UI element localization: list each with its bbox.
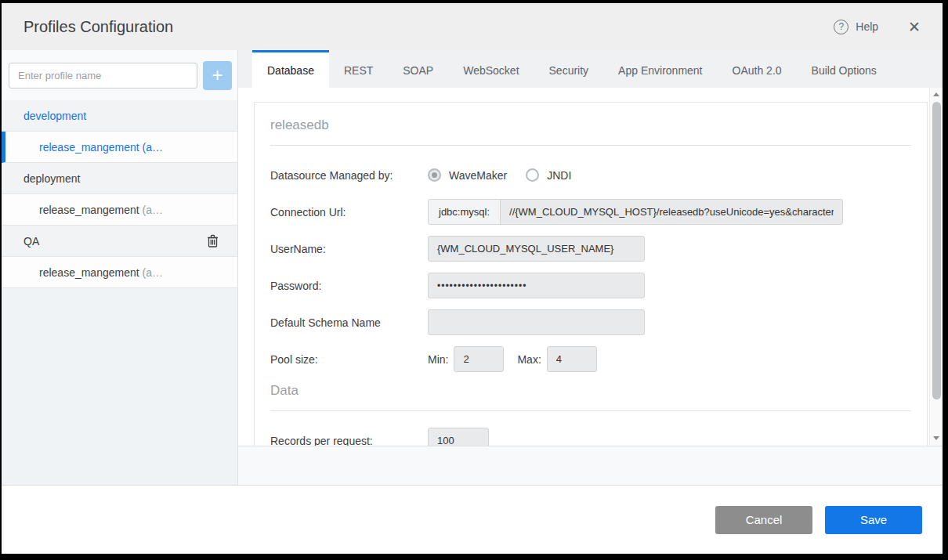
radio-jndi-label: JNDI — [547, 169, 571, 182]
tab-oauth-20[interactable]: OAuth 2.0 — [718, 50, 797, 88]
datasource-label: Datasource Managed by: — [270, 169, 428, 182]
tab-rest[interactable]: REST — [329, 50, 388, 88]
tab-security[interactable]: Security — [534, 50, 604, 88]
content-scrollbar[interactable] — [929, 88, 943, 446]
tab-database[interactable]: Database — [252, 50, 329, 88]
dialog-footer: Cancel Save — [2, 485, 943, 554]
records-per-request-label: Records per request: — [270, 435, 428, 447]
radio-wavemaker-label: WaveMaker — [449, 169, 507, 182]
profile-name-input[interactable] — [9, 63, 197, 89]
datasource-row: Datasource Managed by: WaveMaker JNDI — [270, 162, 911, 188]
username-input[interactable] — [428, 236, 645, 262]
sidebar-item-qa[interactable]: QA — [2, 226, 237, 257]
username-row: UserName: — [270, 236, 911, 262]
profile-group-label: deployment — [24, 172, 80, 185]
radio-wavemaker[interactable] — [428, 168, 441, 182]
section-title-releasedb: releasedb — [270, 117, 911, 133]
pool-max-input[interactable] — [547, 346, 597, 372]
radio-jndi[interactable] — [526, 168, 539, 182]
database-tab-content: releasedb Datasource Managed by: WaveMak… — [238, 88, 943, 446]
sidebar-item-deployment[interactable]: deployment — [2, 163, 237, 194]
sidebar-item-release-mangement-3[interactable]: release_mangement (a… — [2, 257, 237, 288]
dialog-header: Profiles Configuration ? Help ✕ — [2, 3, 943, 50]
delete-profile-icon[interactable] — [207, 234, 219, 247]
section-divider — [270, 145, 911, 146]
tab-websocket[interactable]: WebSocket — [448, 50, 534, 88]
profile-group-label: QA — [24, 235, 39, 247]
scroll-up-icon[interactable] — [933, 92, 939, 96]
sidebar-item-release-mangement-1[interactable]: release_mangement (a… — [2, 132, 237, 163]
pool-min-input[interactable] — [454, 346, 504, 372]
records-per-request-input[interactable] — [428, 428, 489, 446]
dialog-body: + development release_mangement (a… depl… — [2, 50, 943, 485]
profile-item-label: release_mangement (a… — [39, 266, 163, 279]
sidebar-item-development[interactable]: development — [2, 100, 237, 132]
password-label: Password: — [270, 280, 428, 292]
tabbar: Database REST SOAP WebSocket Security Ap… — [238, 50, 943, 88]
connection-url-input[interactable] — [500, 199, 843, 225]
profiles-configuration-dialog: Profiles Configuration ? Help ✕ + develo… — [2, 3, 943, 554]
releasedb-panel: releasedb Datasource Managed by: WaveMak… — [254, 102, 928, 446]
connection-url-row: Connection Url: jdbc:mysql: — [270, 199, 911, 225]
section-divider — [270, 410, 911, 411]
connection-url-prefix: jdbc:mysql: — [428, 199, 501, 225]
help-label: Help — [856, 20, 878, 33]
password-row: Password: — [270, 273, 911, 298]
help-button[interactable]: ? Help — [834, 20, 878, 34]
save-button[interactable]: Save — [825, 506, 922, 534]
profiles-sidebar: + development release_mangement (a… depl… — [2, 50, 238, 485]
connection-url-label: Connection Url: — [270, 206, 428, 219]
schema-input[interactable] — [428, 309, 645, 335]
schema-label: Default Schema Name — [270, 316, 428, 329]
profile-create-bar: + — [2, 50, 237, 100]
tab-soap[interactable]: SOAP — [388, 50, 448, 88]
main-area: Database REST SOAP WebSocket Security Ap… — [238, 50, 943, 485]
pool-size-row: Pool size: Min: Max: — [270, 346, 911, 372]
page-title: Profiles Configuration — [24, 18, 834, 36]
pool-min-label: Min: — [428, 353, 448, 366]
records-per-request-row: Records per request: — [270, 428, 911, 446]
help-question-icon: ? — [834, 20, 848, 34]
password-input[interactable] — [428, 273, 645, 298]
profile-item-label: release_mangement (a… — [39, 204, 163, 216]
tab-build-options[interactable]: Build Options — [797, 50, 892, 88]
profile-group-label: development — [24, 110, 86, 122]
pool-max-label: Max: — [517, 353, 541, 366]
close-icon[interactable]: ✕ — [908, 20, 921, 34]
sidebar-item-release-mangement-2[interactable]: release_mangement (a… — [2, 194, 237, 226]
scrollbar-thumb[interactable] — [932, 102, 941, 399]
username-label: UserName: — [270, 243, 428, 255]
schema-row: Default Schema Name — [270, 309, 911, 335]
profile-item-label: release_mangement (a… — [39, 141, 163, 154]
pool-size-label: Pool size: — [270, 353, 428, 366]
add-profile-button[interactable]: + — [203, 61, 232, 90]
content-filler — [238, 446, 943, 485]
datasource-radio-group: WaveMaker JNDI — [428, 168, 582, 182]
tab-app-environment[interactable]: App Environment — [603, 50, 717, 88]
section-title-data: Data — [270, 383, 911, 399]
cancel-button[interactable]: Cancel — [715, 506, 812, 534]
scroll-down-icon[interactable] — [933, 436, 939, 440]
